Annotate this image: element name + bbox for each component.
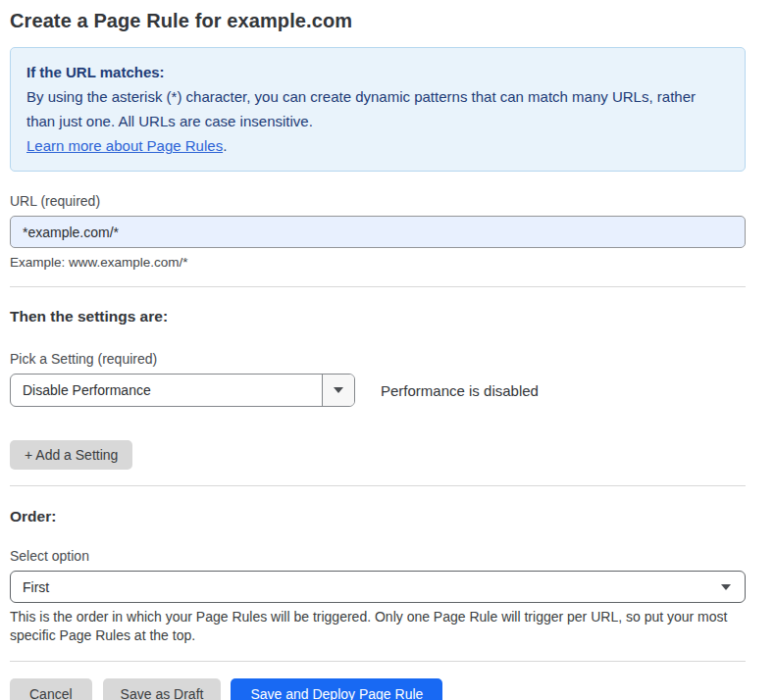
divider [10, 286, 746, 287]
setting-select[interactable]: Disable Performance [10, 374, 355, 407]
chevron-down-icon [334, 387, 343, 393]
order-help-text: This is the order in which your Page Rul… [10, 608, 740, 645]
info-box-body: By using the asterisk (*) character, you… [26, 84, 713, 133]
footer-actions: Cancel Save as Draft Save and Deploy Pag… [10, 678, 746, 700]
setting-status-text: Performance is disabled [381, 382, 539, 399]
page-title: Create a Page Rule for example.com [10, 10, 746, 32]
link-period: . [223, 137, 227, 154]
chevron-down-icon [721, 584, 731, 590]
order-select[interactable]: First [10, 571, 746, 603]
add-setting-button[interactable]: + Add a Setting [10, 440, 132, 470]
url-label: URL (required) [10, 193, 746, 209]
learn-more-link[interactable]: Learn more about Page Rules [26, 137, 223, 154]
info-box-link-line: Learn more about Page Rules. [26, 133, 729, 158]
save-as-draft-button[interactable]: Save as Draft [103, 678, 222, 700]
order-select-value: First [23, 579, 49, 595]
url-match-info-box: If the URL matches: By using the asteris… [10, 47, 746, 172]
setting-select-arrow-button[interactable] [322, 375, 354, 406]
pick-setting-label: Pick a Setting (required) [10, 351, 746, 367]
settings-section-heading: Then the settings are: [10, 308, 746, 325]
divider [10, 661, 746, 662]
setting-select-value: Disable Performance [11, 375, 322, 406]
order-section-heading: Order: [10, 508, 746, 525]
setting-select-row: Disable Performance Performance is disab… [10, 374, 746, 407]
save-and-deploy-button[interactable]: Save and Deploy Page Rule [231, 678, 442, 700]
cancel-button[interactable]: Cancel [10, 678, 92, 700]
create-page-rule-panel: Create a Page Rule for example.com If th… [0, 0, 775, 700]
info-box-heading: If the URL matches: [26, 60, 729, 84]
divider [10, 485, 746, 486]
url-example-text: Example: www.example.com/* [10, 255, 746, 270]
order-label: Select option [10, 548, 746, 564]
url-input[interactable] [10, 216, 746, 248]
